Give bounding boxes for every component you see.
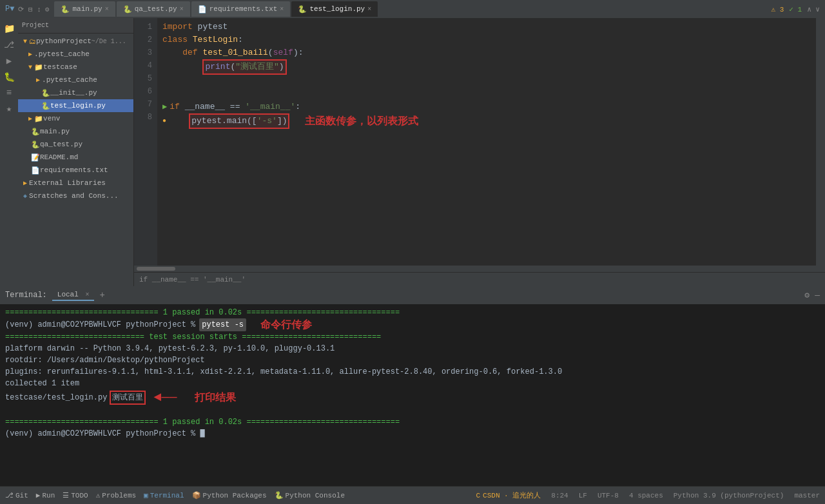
terminal-gear-icon[interactable]: ⚙ xyxy=(804,290,810,300)
main-py-icon: 🐍 xyxy=(31,128,40,136)
terminal-add-button[interactable]: + xyxy=(99,290,104,300)
tab-main-py-close[interactable]: × xyxy=(105,6,109,13)
term-cursor: █ xyxy=(200,429,204,438)
todo-label: TODO xyxy=(71,492,88,499)
vcs-icon[interactable]: ⎇ xyxy=(3,39,15,50)
tree-pytest-cache-1[interactable]: ▶ .pytest_cache xyxy=(18,48,133,61)
term-separator-2: ============================== test sess… xyxy=(5,331,820,343)
line-num-4: 4 xyxy=(134,59,155,72)
ok-count: ✓ 1 xyxy=(789,5,802,14)
tab-main-py-icon: 🐍 xyxy=(61,5,70,14)
tab-req-label: requirements.txt xyxy=(209,5,278,13)
tree-root[interactable]: ▼ 🗂 pythonProject ~/De 1... xyxy=(18,35,133,48)
testcase-arrow: ▼ xyxy=(28,64,32,71)
code-line-3: def test_01_baili(self): xyxy=(162,46,811,59)
python-version[interactable]: Python 3.9 (pythonProject) xyxy=(674,492,784,499)
title-bar-left: P▼ ⟳ ⊟ ↕ ⚙ xyxy=(5,5,49,14)
line-num-7: 7 xyxy=(134,98,155,111)
tree-qa-test[interactable]: 🐍 qa_test.py xyxy=(18,138,133,151)
structure-icon[interactable]: ≡ xyxy=(3,88,15,98)
encoding[interactable]: UTF-8 xyxy=(597,492,619,499)
code-line-7: ▶ if __name__ == '__main__': xyxy=(162,101,811,113)
git-button[interactable]: ⎇ Git xyxy=(5,491,28,499)
console-icon: 🐍 xyxy=(275,491,284,499)
tab-main-py[interactable]: 🐍 main.py × xyxy=(54,1,115,17)
packages-icon: 📦 xyxy=(192,491,201,499)
pytest-cache-label: .pytest_cache xyxy=(34,50,90,58)
tree-ext-libs[interactable]: ▶ External Libraries xyxy=(18,177,133,189)
run-icon[interactable]: ▶ xyxy=(3,55,15,66)
tree-venv[interactable]: ▶ 📁 venv xyxy=(18,112,133,125)
terminal-content[interactable]: ================================= 1 pass… xyxy=(0,304,825,486)
tab-main-py-label: main.py xyxy=(72,5,102,13)
root-label: pythonProject xyxy=(36,37,92,45)
packages-button[interactable]: 📦 Python Packages xyxy=(192,491,267,499)
tab-test-login[interactable]: 🐍 test_login.py × xyxy=(291,1,378,17)
term-print-result: 测试百里 xyxy=(110,391,146,405)
pytest-cache2-icon: ▶ xyxy=(36,76,40,84)
tree-scratches[interactable]: ◈ Scratches and Cons... xyxy=(18,189,133,202)
todo-button[interactable]: ☰ TODO xyxy=(63,491,88,499)
term-line-3: plugins: rerunfailures-9.1.1, html-3.1.1… xyxy=(5,366,820,378)
run-button[interactable]: ▶ Run xyxy=(36,491,55,499)
tree-pytest-cache-2[interactable]: ▶ .pytest_cache xyxy=(18,73,133,86)
tab-req-icon: 📄 xyxy=(198,5,207,14)
cursor-position[interactable]: 8:24 xyxy=(551,492,568,499)
test-login-icon: 🐍 xyxy=(41,102,50,110)
tree-test-login[interactable]: 🐍 test_login.py xyxy=(18,99,133,112)
test-login-label: test_login.py xyxy=(50,102,106,110)
tree-requirements[interactable]: 📄 requirements.txt xyxy=(18,164,133,177)
project-icon[interactable]: 📁 xyxy=(3,23,15,34)
term-test-path: testcase/test_login.py xyxy=(5,392,107,403)
code-line-4: print("测试百里") xyxy=(162,59,811,75)
tab-login-label: test_login.py xyxy=(309,5,365,13)
tab-login-close[interactable]: × xyxy=(367,6,371,13)
tree-testcase[interactable]: ▼ 📁 testcase xyxy=(18,61,133,73)
bottom-bar: ⎇ Git ▶ Run ☰ TODO ⚠ Problems ▣ Terminal… xyxy=(0,486,825,504)
editor-wrapper: 1 2 3 4 5 6 7 8 import pytest class Test… xyxy=(134,18,825,266)
code-line-1: import pytest xyxy=(162,21,811,34)
tab-requirements[interactable]: 📄 requirements.txt × xyxy=(191,1,291,17)
terminal-minimize-icon[interactable]: — xyxy=(815,291,820,300)
h-scrollbar-thumb[interactable] xyxy=(137,267,175,271)
git-branch[interactable]: master xyxy=(794,492,820,499)
project-panel: Project ▼ 🗂 pythonProject ~/De 1... ▶ .p… xyxy=(18,18,134,286)
problems-icon: ⚠ xyxy=(96,491,101,499)
terminal-label-bottom: Terminal xyxy=(150,492,184,499)
tree-init-py[interactable]: 🐍 __init__.py xyxy=(18,86,133,99)
terminal-button[interactable]: ▣ Terminal xyxy=(144,491,184,499)
term-separator-1: ================================= 1 pass… xyxy=(5,307,820,318)
h-scrollbar[interactable] xyxy=(134,266,825,272)
run-arrow-icon: ▶ xyxy=(162,101,167,113)
favorites-icon[interactable]: ★ xyxy=(3,103,15,114)
pytest-cache2-label: .pytest_cache xyxy=(42,76,97,84)
run-icon: ▶ xyxy=(36,491,41,499)
req-icon: 📄 xyxy=(31,166,40,175)
csdn-badge: C CSDN · 追光的人 xyxy=(476,490,541,500)
terminal-tab-close[interactable]: × xyxy=(85,291,89,298)
csdn-icon: C xyxy=(476,492,480,499)
venv-folder-icon: 📁 xyxy=(34,115,43,123)
todo-icon: ☰ xyxy=(63,491,69,499)
tree-readme[interactable]: 📝 README.md xyxy=(18,151,133,164)
problems-button[interactable]: ⚠ Problems xyxy=(96,491,136,499)
code-line-8: ● pytest.main(['-s']) 主函数传参，以列表形式 xyxy=(162,113,811,129)
tree-main-py[interactable]: 🐍 main.py xyxy=(18,125,133,138)
debug-icon[interactable]: 🐛 xyxy=(3,72,15,82)
expand-icon[interactable]: ∧ ∨ xyxy=(807,5,820,14)
tab-qa-close[interactable]: × xyxy=(180,6,184,13)
tab-qa-test-py[interactable]: 🐍 qa_test.py × xyxy=(117,1,190,17)
readme-label: README.md xyxy=(40,153,78,161)
terminal-label: Terminal: xyxy=(5,291,47,300)
code-line-5 xyxy=(162,75,811,88)
print-annotation: 打印结果 xyxy=(195,392,236,403)
line-ending[interactable]: LF xyxy=(579,492,587,499)
console-button[interactable]: 🐍 Python Console xyxy=(275,491,345,499)
code-content[interactable]: import pytest class TestLogin: def test_… xyxy=(157,18,816,266)
terminal-tab-local[interactable]: Local × xyxy=(52,289,95,301)
editor-area: 1 2 3 4 5 6 7 8 import pytest class Test… xyxy=(134,18,825,286)
indentation[interactable]: 4 spaces xyxy=(629,492,663,499)
tab-req-close[interactable]: × xyxy=(280,6,284,13)
qa-label: qa_test.py xyxy=(40,141,82,148)
term-empty xyxy=(5,405,820,416)
